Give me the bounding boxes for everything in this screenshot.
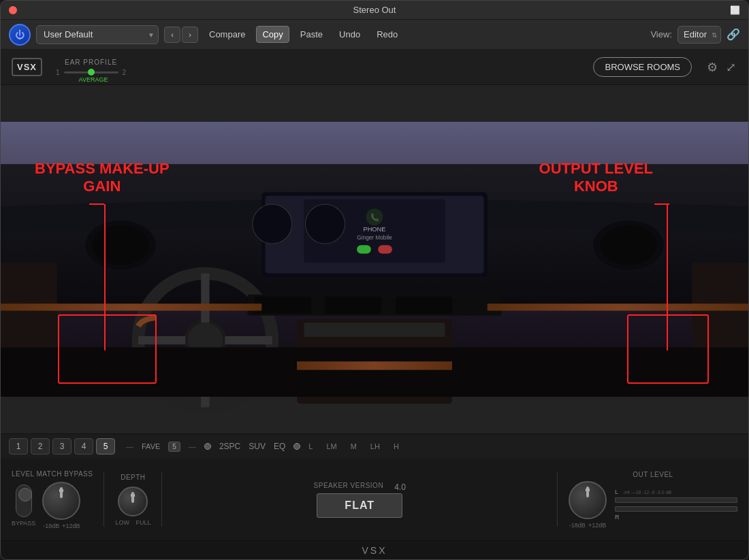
ear-value-label: AVERAGE	[79, 76, 108, 83]
svg-rect-15	[357, 245, 371, 253]
knob-dot	[59, 489, 63, 493]
freq-h: H	[394, 442, 399, 450]
meter-r-row: R	[615, 514, 737, 521]
browse-rooms-button[interactable]: BROWSE ROOMS	[593, 57, 692, 77]
footer-brand: VSX	[362, 545, 387, 556]
makeup-gain-knob-section: -18dB +12dB	[42, 482, 80, 529]
sv-label: SPEAKER VERSION	[314, 482, 384, 489]
freq-m: M	[351, 442, 357, 450]
meter-container: L -inf —18 -12 -6 -3 0 dB R	[615, 489, 737, 521]
svg-rect-29	[325, 297, 381, 314]
tab-4[interactable]: 4	[74, 438, 93, 455]
out-knob-min: -18dB	[569, 522, 586, 529]
level-match-controls: BYPASS -18dB +12dB	[12, 482, 80, 529]
tab-row: 1 2 3 4 5 — FAVE 5 — 2SPC SUV EQ L LM M …	[1, 434, 748, 459]
settings-icon[interactable]: ⚙	[705, 59, 719, 76]
fave-label: FAVE	[142, 442, 160, 450]
flat-button[interactable]: FLAT	[317, 493, 402, 518]
circle-indicator	[204, 443, 211, 450]
bottom-controls: 1 2 3 4 5 — FAVE 5 — 2SPC SUV EQ L LM M …	[1, 433, 748, 540]
svg-rect-31	[1, 347, 748, 397]
depth-range: LOW FULL	[115, 519, 150, 526]
bypass-toggle[interactable]	[16, 484, 32, 517]
out-level-knob-section: -18dB +12dB	[569, 481, 607, 529]
view-dropdown[interactable]: Editor	[678, 26, 721, 44]
preset-dropdown-wrapper: User Default ▼	[36, 25, 159, 44]
freq-lm: LM	[326, 442, 336, 450]
svg-text:Ginger Mobile: Ginger Mobile	[357, 235, 392, 241]
output-arrow-line	[667, 204, 668, 350]
tab-3[interactable]: 3	[52, 438, 71, 455]
view-dropdown-wrapper: Editor ⇅	[678, 26, 721, 44]
bypass-toggle-section: BYPASS	[12, 484, 35, 527]
svg-text:📞: 📞	[370, 213, 379, 222]
dash-separator: —	[126, 442, 133, 450]
depth-section: DEPTH LOW FULL	[115, 474, 150, 526]
nav-forward-button[interactable]: ›	[182, 27, 198, 43]
knob-min-label: -18dB	[43, 523, 59, 529]
ear-max-label: 2	[123, 69, 127, 76]
redo-button[interactable]: Redo	[371, 27, 403, 42]
meter-l-label: L	[615, 489, 620, 495]
svg-point-7	[600, 225, 656, 265]
preset-dropdown[interactable]: User Default	[36, 25, 159, 44]
copy-button[interactable]: Copy	[256, 26, 289, 43]
tab-5[interactable]: 5	[96, 438, 115, 455]
depth-low-label: LOW	[115, 519, 129, 526]
depth-full-label: FULL	[136, 519, 150, 526]
undo-button[interactable]: Undo	[334, 27, 366, 42]
power-button[interactable]: ⏻	[9, 24, 31, 46]
divider-1	[103, 472, 104, 527]
ear-profile: EAR PROFILE 1 AVERAGE 2	[56, 59, 126, 76]
bypass-arrow-line	[104, 204, 106, 350]
out-level-controls: -18dB +12dB L -inf —18 -12 -6 -3 0 dB	[569, 481, 737, 529]
title-bar: Stereo Out ⬜	[1, 1, 748, 20]
view-label: View:	[650, 29, 672, 39]
makeup-gain-knob[interactable]	[42, 482, 80, 520]
meter-l-row: L -inf —18 -12 -6 -3 0 dB	[615, 489, 737, 495]
output-annotation: OUTPUT LEVELKNOB	[539, 160, 653, 196]
expand-view-icon[interactable]: ⤢	[724, 59, 737, 76]
close-dot[interactable]	[9, 6, 17, 14]
divider-2	[161, 472, 162, 527]
ear-profile-label: EAR PROFILE	[65, 59, 117, 66]
meter-scale-l: -inf —18 -12 -6 -3 0 dB	[623, 490, 737, 495]
out-level-section: OUT LEVEL -18dB +12dB L	[569, 471, 737, 529]
vsx-bar: VSX EAR PROFILE 1 AVERAGE 2 BROWSE ROOMS…	[1, 50, 748, 85]
link-icon[interactable]: 🔗	[727, 28, 740, 41]
ear-min-label: 1	[56, 69, 60, 76]
two-spc-label: 2SPC	[219, 442, 240, 451]
window-title: Stereo Out	[353, 5, 396, 15]
svg-rect-26	[304, 323, 445, 337]
bypass-h-line	[89, 203, 104, 205]
freq-lh: LH	[370, 442, 380, 450]
eq-indicator	[293, 443, 300, 450]
output-h-line	[654, 203, 669, 205]
paste-button[interactable]: Paste	[295, 27, 328, 42]
vsx-logo: VSX	[12, 58, 42, 76]
tab-1[interactable]: 1	[9, 438, 28, 455]
car-interior-svg: 📞 PHONE Ginger Mobile	[1, 85, 748, 433]
meter-bar-l	[615, 497, 737, 503]
svg-rect-16	[378, 245, 392, 253]
controls-row: LEVEL MATCH BYPASS BYPASS -18dB +12dB	[1, 459, 748, 540]
nav-back-button[interactable]: ‹	[164, 27, 180, 43]
depth-knob[interactable]	[118, 487, 148, 516]
vsx-bar-icons: ⚙ ⤢	[705, 59, 737, 76]
sv-version: 4.0	[394, 482, 406, 492]
svg-point-5	[93, 225, 149, 265]
bottom-footer: VSX	[1, 540, 748, 559]
level-match-section: LEVEL MATCH BYPASS BYPASS -18dB +12dB	[12, 470, 93, 529]
svg-rect-30	[396, 297, 452, 314]
tab-2[interactable]: 2	[31, 438, 50, 455]
toolbar-right: View: Editor ⇅ 🔗	[650, 26, 740, 44]
expand-icon[interactable]: ⬜	[730, 5, 740, 15]
out-level-knob[interactable]	[569, 481, 607, 519]
ear-slider-track[interactable]: AVERAGE	[64, 71, 118, 73]
svg-rect-28	[255, 297, 311, 314]
svg-point-35	[305, 204, 345, 244]
compare-button[interactable]: Compare	[204, 27, 251, 42]
svg-text:PHONE: PHONE	[363, 226, 385, 233]
ear-slider-dot	[88, 69, 95, 76]
svg-rect-38	[297, 361, 452, 369]
